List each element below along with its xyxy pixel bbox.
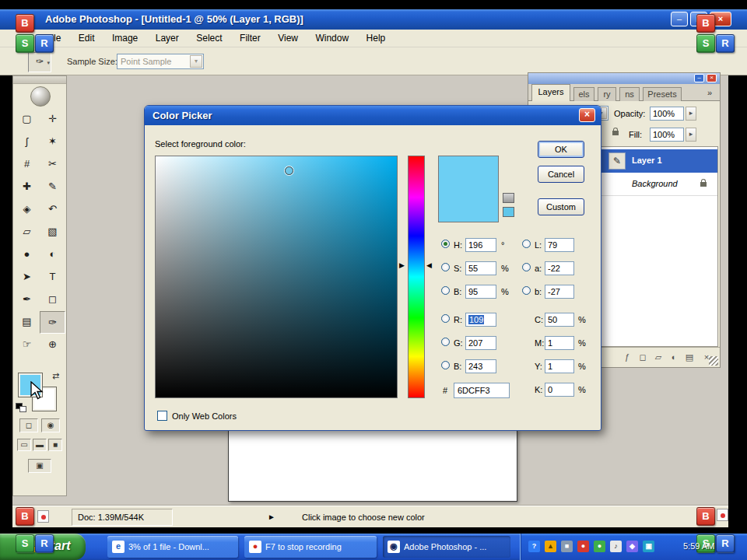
add-layer-style-icon[interactable]: ƒ [620,352,634,364]
dialog-title-bar[interactable]: Color Picker [145,106,601,125]
recorder-s-button[interactable]: S [16,534,34,553]
fullscreen-menu-button[interactable]: ▬ [33,439,47,451]
gradient-tool[interactable]: ▧ [40,221,65,243]
opacity-spinner-icon[interactable]: ▸ [686,107,696,121]
layer-name[interactable]: Layer 1 [632,156,662,165]
cancel-button[interactable]: Cancel [538,166,584,183]
default-colors-icon[interactable] [16,403,26,411]
web-safe-color-swatch[interactable] [503,207,514,217]
fill-spinner-icon[interactable]: ▸ [686,128,696,142]
recorder-b-button[interactable]: B [696,14,715,33]
dodge-tool[interactable]: ◐ [40,243,65,266]
current-tool-well[interactable]: ✑ ▾ [28,52,51,72]
recorder-r-button[interactable]: R [716,34,735,53]
lasso-tool[interactable]: ʃ [14,131,40,153]
menu-select[interactable]: Select [189,30,229,44]
brush-tool[interactable]: ✎ [40,176,65,198]
tab-presets[interactable]: Presets [643,87,682,101]
rectangular-marquee-tool[interactable]: ▢ [14,108,40,131]
zoom-tool[interactable]: ⊕ [40,334,65,356]
eraser-tool[interactable]: ▱ [14,221,40,243]
opacity-value[interactable]: 100% [650,107,684,121]
type-tool[interactable]: T [40,266,65,289]
palette-minimize-button[interactable]: – [694,74,704,82]
menu-edit[interactable]: Edit [72,30,102,44]
fill-value[interactable]: 100% [650,128,684,142]
standard-mode-button[interactable]: ◻ [19,418,38,432]
scheduler-tray-icon[interactable]: ◆ [626,541,638,552]
layer-name[interactable]: Background [632,179,678,188]
web-safe-cube-icon[interactable] [503,193,514,203]
quick-mask-mode-button[interactable]: ◉ [41,418,60,432]
dropdown-arrow-icon[interactable]: ▾ [190,55,202,68]
healing-brush-tool[interactable]: ✚ [14,176,40,198]
custom-shape-tool[interactable]: ◻ [40,289,65,311]
jump-to-imageready-button[interactable]: ▣ [28,459,51,473]
notes-tool[interactable]: ▤ [14,311,40,334]
menu-view[interactable]: View [271,30,305,44]
history-brush-tool[interactable]: ↶ [40,198,65,221]
new-adjustment-layer-icon[interactable]: ◐ [667,352,681,364]
slice-tool[interactable]: ✂ [40,153,65,176]
path-selection-tool[interactable]: ➤ [14,266,40,289]
toolbox-grip[interactable] [13,76,66,84]
m-input[interactable]: 1 [545,336,574,350]
new-layer-icon[interactable]: ▤ [682,352,696,364]
palette-resize-grip[interactable] [709,356,718,366]
recorder-r-button[interactable]: R [35,34,54,53]
fullscreen-button[interactable]: ■ [48,439,62,451]
menu-layer[interactable]: Layer [149,30,186,44]
color-field-marker[interactable] [285,166,293,175]
clone-stamp-tool[interactable]: ◈ [14,198,40,221]
swap-colors-icon[interactable]: ⇄ [52,371,59,381]
add-layer-mask-icon[interactable]: ◻ [636,352,650,364]
y-input[interactable]: 1 [545,359,574,373]
move-tool[interactable]: ✛ [40,108,65,131]
taskbar-item-download[interactable]: e 3% of 1 file - Downl... [107,536,238,558]
b3-radio[interactable] [522,286,531,295]
taskbar-item-recording[interactable]: ● F7 to stop recording [244,536,377,558]
security-alert-tray-icon[interactable]: ▲ [545,541,556,552]
antivirus-tray-icon[interactable]: ● [577,541,589,552]
recorder-s-button[interactable]: S [16,34,34,53]
l-radio[interactable] [522,240,531,248]
ok-button[interactable]: OK [538,141,584,158]
tab-actions[interactable]: ns [619,87,640,101]
hand-tool[interactable]: ☞ [14,334,40,356]
eyedropper-tool[interactable]: ✑ [40,311,65,334]
k-input[interactable]: 0 [545,383,574,397]
recorder-r-button[interactable]: R [35,534,54,553]
hex-input[interactable]: 6DCFF3 [454,383,510,398]
volume-tray-icon[interactable]: ♪ [610,541,622,552]
palette-close-button[interactable]: × [707,74,717,82]
tab-overflow-icon[interactable]: » [707,88,712,97]
tab-history[interactable]: ry [598,87,616,101]
crop-tool[interactable]: # [14,153,40,176]
document-canvas[interactable] [228,429,517,502]
menu-image[interactable]: Image [105,30,145,44]
dialog-close-icon[interactable]: × [579,108,595,122]
minimize-button[interactable]: – [671,12,688,26]
menu-window[interactable]: Window [308,30,356,44]
lock-icon[interactable] [612,131,619,135]
menu-help[interactable]: Help [359,30,393,44]
display-tray-icon[interactable]: ▣ [643,541,654,552]
taskbar-item-photoshop[interactable]: ◉ Adobe Photoshop - ... [383,536,510,558]
adobe-online-button[interactable] [30,86,51,107]
menu-filter[interactable]: Filter [233,30,268,44]
new-layer-set-icon[interactable]: ▱ [651,352,665,364]
tab-channels[interactable]: els [573,87,594,101]
sample-size-dropdown[interactable]: Point Sample ▾ [117,54,204,69]
a-input[interactable]: -22 [545,261,574,275]
recorder-b-button[interactable]: B [696,507,715,526]
palette-title-bar[interactable]: – × [528,73,720,84]
recorder-s-button[interactable]: S [696,34,715,53]
magic-wand-tool[interactable]: ✶ [40,131,65,153]
pen-tool[interactable]: ✒ [14,289,40,311]
recorder-b-button[interactable]: B [16,507,34,526]
a-radio[interactable] [522,263,531,271]
network-tray-icon[interactable]: ■ [561,541,573,552]
b3-input[interactable]: -27 [545,285,574,299]
status-arrow-icon[interactable]: ► [268,513,275,521]
title-bar[interactable]: Adobe Photoshop - [Untitled-1 @ 50% (Lay… [0,9,747,30]
